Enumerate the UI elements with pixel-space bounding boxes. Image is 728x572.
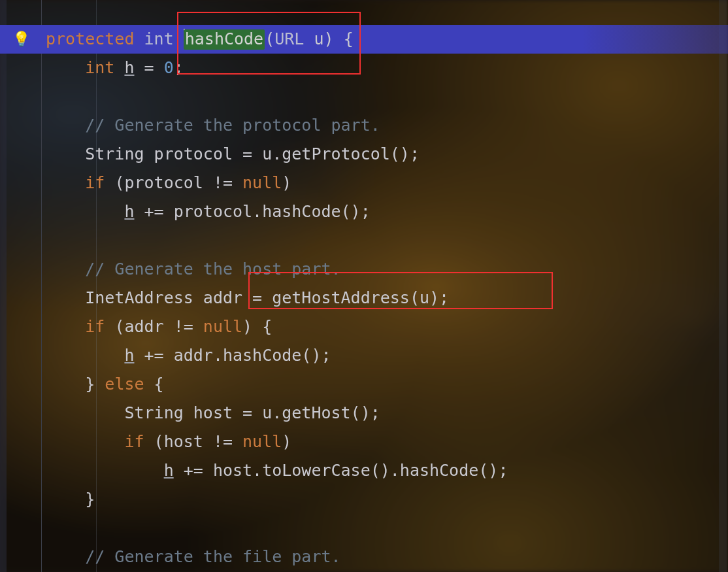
blank-line[interactable] — [0, 514, 728, 543]
code-line[interactable]: int h = 0; — [0, 54, 728, 82]
var: h — [124, 346, 134, 365]
lightbulb-icon[interactable]: 💡 — [12, 25, 30, 54]
code-line[interactable] — [0, 0, 728, 25]
keyword: else — [95, 375, 154, 394]
keyword: if — [124, 432, 144, 451]
brace: { — [154, 375, 164, 394]
keyword: int — [85, 58, 114, 77]
param: u — [314, 29, 323, 48]
code-line[interactable]: // Generate the host part. — [0, 255, 728, 284]
return-type: int — [144, 29, 174, 48]
code-line[interactable]: protected int hashCode(URL u) { — [0, 25, 728, 54]
keyword: if — [85, 173, 105, 192]
code-line[interactable]: } — [0, 485, 728, 514]
brace: } — [85, 375, 95, 394]
stmt: InetAddress addr = getHostAddress(u); — [85, 288, 449, 307]
code-line[interactable]: h += protocol.hashCode(); — [0, 197, 728, 226]
code-line[interactable]: // Generate the file part. — [0, 543, 728, 571]
var: h — [124, 58, 134, 77]
stmt: += host.toLowerCase().hashCode(); — [174, 461, 508, 480]
semi: ; — [174, 58, 184, 77]
stmt: += addr.hashCode(); — [134, 346, 331, 365]
keyword: null — [242, 432, 282, 451]
blank-line[interactable] — [0, 226, 728, 255]
comment: // Generate the host part. — [85, 260, 340, 278]
stmt: String host = u.getHost(); — [124, 403, 380, 422]
keyword: protected — [46, 29, 134, 48]
cond: (protocol != — [105, 173, 242, 192]
var: h — [124, 202, 134, 221]
keyword: null — [242, 173, 282, 192]
code-line[interactable]: if (addr != null) { — [0, 312, 728, 341]
cond: (host != — [144, 432, 243, 451]
eq: = — [135, 58, 164, 77]
code-line[interactable]: h += addr.hashCode(); — [0, 341, 728, 370]
comment: // Generate the file part. — [85, 547, 340, 566]
code-line[interactable]: String protocol = u.getProtocol(); — [0, 140, 728, 169]
code-line[interactable]: // Generate the protocol part. — [0, 111, 728, 140]
keyword: if — [85, 317, 105, 336]
var: h — [164, 461, 174, 480]
cond: ) — [282, 432, 291, 451]
punct: ) — [324, 29, 334, 48]
param-type: URL — [274, 29, 304, 48]
brace: } — [85, 490, 95, 509]
code-lines: protected int hashCode(URL u) { int h = … — [0, 0, 728, 571]
comment: // Generate the protocol part. — [85, 116, 380, 135]
cond: ) — [282, 173, 291, 192]
brace: { — [334, 29, 354, 48]
code-line[interactable]: String host = u.getHost(); — [0, 399, 728, 428]
code-line[interactable]: } else { — [0, 370, 728, 399]
stmt: String protocol = u.getProtocol(); — [85, 144, 420, 163]
keyword: null — [203, 317, 242, 336]
blank-line[interactable] — [0, 82, 728, 111]
punct: ( — [265, 29, 274, 48]
number: 0 — [164, 58, 174, 77]
code-line[interactable]: if (protocol != null) — [0, 169, 728, 197]
method-name: hashCode — [184, 29, 265, 50]
code-line[interactable]: if (host != null) — [0, 428, 728, 456]
cond: ) { — [242, 317, 272, 336]
cond: (addr != — [105, 317, 203, 336]
code-line[interactable]: InetAddress addr = getHostAddress(u); — [0, 284, 728, 312]
code-editor[interactable]: 💡 protected int hashCode(URL u) { int h … — [0, 0, 728, 572]
stmt: += protocol.hashCode(); — [134, 202, 370, 221]
code-line[interactable]: h += host.toLowerCase().hashCode(); — [0, 456, 728, 485]
